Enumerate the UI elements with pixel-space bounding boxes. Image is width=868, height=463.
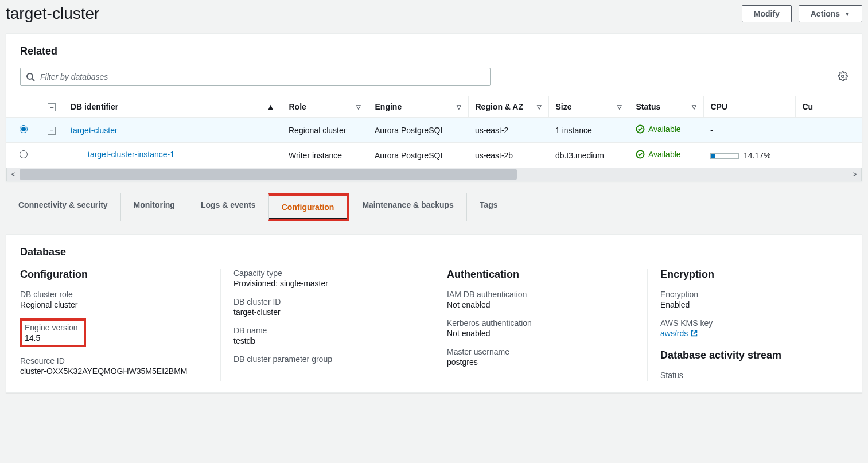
field-label: Encryption: [660, 290, 848, 299]
search-box: [20, 68, 491, 86]
cell-size: 1 instance: [548, 118, 629, 143]
field-label: DB cluster role: [20, 290, 208, 299]
col-status[interactable]: Status▽: [629, 96, 703, 118]
scroll-thumb[interactable]: [20, 169, 517, 180]
activity-stream-heading: Database activity stream: [660, 349, 848, 361]
field-label: Master username: [447, 347, 635, 356]
engine-version-highlight: Engine version 14.5: [20, 318, 86, 347]
row-radio[interactable]: [20, 125, 28, 133]
svg-line-1: [32, 79, 34, 81]
check-circle-icon: [636, 124, 645, 134]
svg-point-0: [27, 73, 33, 79]
sort-icon: ▽: [457, 104, 461, 110]
field-label: Kerberos authentication: [447, 318, 635, 328]
tab-connectivity[interactable]: Connectivity & security: [6, 193, 120, 221]
scroll-track[interactable]: [20, 168, 848, 181]
database-title: Database: [20, 246, 848, 258]
field-value: Provisioned: single-master: [233, 279, 421, 288]
db-link[interactable]: target-cluster: [71, 126, 118, 135]
horizontal-scrollbar[interactable]: < >: [6, 168, 862, 181]
scroll-right-icon[interactable]: >: [848, 170, 861, 178]
tab-maintenance[interactable]: Maintenance & backups: [349, 193, 466, 221]
configuration-heading: Configuration: [20, 269, 208, 281]
sort-icon: ▽: [537, 104, 542, 110]
encryption-heading: Encryption: [660, 269, 848, 281]
status-badge: Available: [636, 124, 681, 134]
actions-button[interactable]: Actions ▼: [799, 5, 862, 22]
field-value: cluster-OXX5K32AYEQMOGHW35M5EI2BMM: [20, 367, 208, 376]
col-role[interactable]: Role▽: [282, 96, 368, 118]
field-label: Resource ID: [20, 356, 208, 365]
modify-button[interactable]: Modify: [742, 5, 792, 22]
cell-role: Regional cluster: [282, 118, 368, 143]
svg-point-2: [842, 75, 844, 77]
field-value: testdb: [233, 336, 421, 345]
tree-line-icon: [71, 150, 84, 158]
field-label: DB cluster parameter group: [233, 355, 421, 364]
collapse-icon[interactable]: −: [48, 127, 56, 135]
kms-key-link[interactable]: aws/rds: [660, 329, 698, 338]
field-value: Not enabled: [447, 329, 635, 338]
cell-region: us-east-2: [468, 118, 548, 143]
tab-configuration[interactable]: Configuration: [268, 193, 349, 221]
check-circle-icon: [636, 150, 645, 159]
search-input[interactable]: [20, 68, 491, 86]
external-link-icon: [690, 329, 698, 337]
field-value: 14.5: [25, 333, 78, 343]
tab-monitoring[interactable]: Monitoring: [120, 193, 188, 221]
field-value: Enabled: [660, 300, 848, 309]
col-region-az[interactable]: Region & AZ▽: [468, 96, 548, 118]
search-icon: [26, 72, 35, 83]
table-wrap: − DB identifier▲ Role▽ Engine▽ Region & …: [6, 96, 862, 168]
field-label: Engine version: [25, 323, 78, 332]
col-engine[interactable]: Engine▽: [368, 96, 468, 118]
table-row[interactable]: target-cluster-instance-1 Writer instanc…: [6, 143, 862, 168]
cell-region: us-east-2b: [468, 143, 548, 168]
row-radio[interactable]: [20, 150, 28, 158]
authentication-heading: Authentication: [447, 269, 635, 281]
field-value: Not enabled: [447, 300, 635, 309]
field-label: Status: [660, 371, 848, 380]
related-title: Related: [20, 45, 848, 57]
field-value: target-cluster: [233, 308, 421, 317]
page-title: target-cluster: [6, 5, 99, 23]
gear-icon[interactable]: [838, 71, 848, 83]
field-label: Capacity type: [233, 269, 421, 278]
db-link[interactable]: target-cluster-instance-1: [88, 150, 174, 159]
col-cpu[interactable]: CPU: [703, 96, 795, 118]
cell-cpu: 14.17%: [703, 143, 795, 168]
cell-cpu: -: [703, 118, 795, 143]
table-row[interactable]: − target-cluster Regional cluster Aurora…: [6, 118, 862, 143]
field-label: DB name: [233, 326, 421, 335]
cell-engine: Aurora PostgreSQL: [368, 118, 468, 143]
field-label: AWS KMS key: [660, 318, 848, 328]
caret-down-icon: ▼: [844, 11, 850, 17]
scroll-left-icon[interactable]: <: [7, 170, 20, 178]
cell-engine: Aurora PostgreSQL: [368, 143, 468, 168]
col-cu[interactable]: Cu: [795, 96, 862, 118]
tab-tags[interactable]: Tags: [466, 193, 511, 221]
cpu-meter: [710, 153, 739, 159]
related-panel: Related −: [6, 33, 862, 182]
sort-icon: ▽: [356, 104, 361, 110]
sort-icon: ▽: [617, 104, 622, 110]
field-label: IAM DB authentication: [447, 290, 635, 299]
tab-logs-events[interactable]: Logs & events: [188, 193, 268, 221]
cell-role: Writer instance: [282, 143, 368, 168]
tabs: Connectivity & security Monitoring Logs …: [6, 193, 862, 221]
sort-asc-icon: ▲: [267, 102, 275, 111]
status-badge: Available: [636, 150, 681, 159]
field-value: postgres: [447, 357, 635, 367]
database-panel: Database Configuration DB cluster role R…: [6, 234, 862, 393]
col-db-identifier[interactable]: DB identifier▲: [64, 96, 282, 118]
actions-label: Actions: [811, 9, 840, 18]
col-size[interactable]: Size▽: [548, 96, 629, 118]
field-value: Regional cluster: [20, 300, 208, 309]
cell-size: db.t3.medium: [548, 143, 629, 168]
databases-table: − DB identifier▲ Role▽ Engine▽ Region & …: [6, 96, 862, 168]
sort-icon: ▽: [692, 104, 696, 110]
collapse-all-icon[interactable]: −: [48, 103, 56, 111]
field-label: DB cluster ID: [233, 297, 421, 306]
